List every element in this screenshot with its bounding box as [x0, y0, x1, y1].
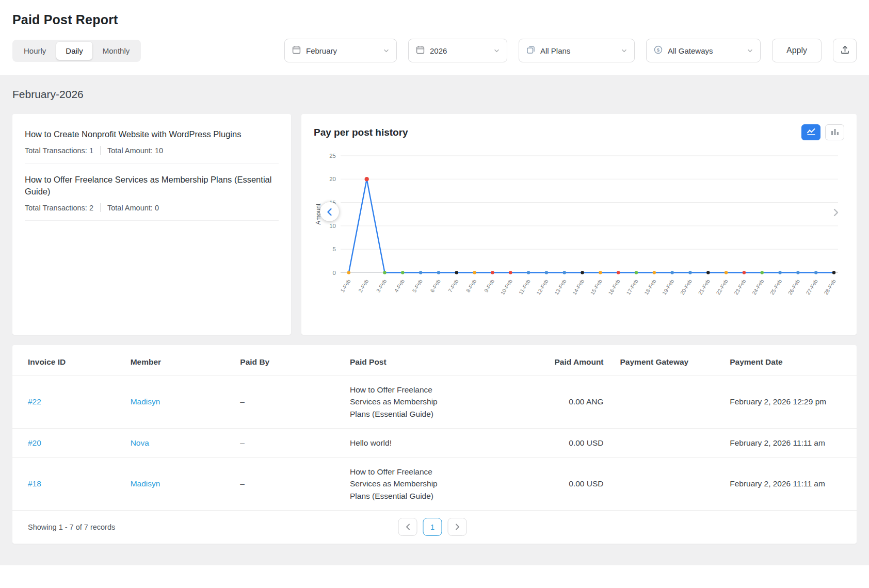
transactions-table: Invoice ID Member Paid By Paid Post Paid… — [12, 348, 857, 511]
col-invoice-id: Invoice ID — [12, 348, 122, 375]
payment-gateway-cell — [612, 458, 722, 511]
svg-text:16-Feb: 16-Feb — [607, 279, 621, 296]
post-summary-item: How to Offer Freelance Services as Membe… — [25, 164, 279, 221]
paid-post-cell: How to Offer Freelance Services as Membe… — [350, 466, 451, 502]
col-member: Member — [122, 348, 232, 375]
svg-text:17-Feb: 17-Feb — [625, 279, 639, 296]
paid-by-cell: – — [232, 428, 342, 457]
calendar-icon — [292, 45, 301, 56]
tab-hourly[interactable]: Hourly — [14, 42, 55, 60]
apply-button[interactable]: Apply — [772, 39, 822, 62]
svg-text:25: 25 — [329, 153, 336, 159]
pay-per-post-line-chart: 0510152025Amount1-Feb2-Feb3-Feb4-Feb5-Fe… — [314, 146, 844, 321]
member-link[interactable]: Madisyn — [131, 397, 160, 406]
year-select-value: 2026 — [430, 46, 447, 55]
pagination-next-button[interactable] — [448, 518, 467, 536]
payment-date-cell: February 2, 2026 11:11 am — [721, 428, 857, 457]
transactions-table-card: Invoice ID Member Paid By Paid Post Paid… — [12, 345, 857, 544]
svg-text:20-Feb: 20-Feb — [679, 279, 693, 296]
member-link[interactable]: Nova — [131, 438, 149, 447]
line-chart-toggle-button[interactable] — [801, 124, 820, 140]
invoice-link[interactable]: #22 — [28, 397, 41, 406]
post-amount: Total Amount: 10 — [107, 146, 163, 155]
chevron-down-icon — [621, 49, 627, 53]
calendar-icon — [416, 45, 425, 56]
svg-text:10-Feb: 10-Feb — [500, 279, 513, 296]
plans-select-value: All Plans — [540, 46, 570, 55]
svg-text:0: 0 — [333, 270, 336, 276]
payment-date-cell: February 2, 2026 12:29 pm — [721, 375, 857, 429]
table-row: #20 Nova – Hello world! 0.00 USD Februar… — [12, 428, 857, 457]
bar-chart-toggle-button[interactable] — [825, 124, 844, 140]
chart-next-button[interactable] — [828, 204, 844, 221]
chart-prev-button[interactable] — [320, 202, 339, 221]
svg-text:20: 20 — [329, 176, 336, 182]
gateways-select-value: All Gateways — [668, 46, 713, 55]
col-payment-date: Payment Date — [721, 348, 857, 375]
chevron-down-icon — [494, 49, 500, 53]
svg-text:14-Feb: 14-Feb — [571, 279, 585, 296]
table-row: #22 Madisyn – How to Offer Freelance Ser… — [12, 375, 857, 429]
chart-type-toggles — [801, 124, 844, 140]
svg-text:27-Feb: 27-Feb — [805, 279, 819, 296]
gateways-select[interactable]: $ All Gateways — [646, 39, 761, 62]
filter-controls: February 2026 All Plans $ — [284, 39, 857, 62]
table-footer: Showing 1 - 7 of 7 records 1 — [12, 511, 857, 536]
svg-text:4-Feb: 4-Feb — [393, 279, 406, 293]
paid-post-cell: How to Offer Freelance Services as Membe… — [350, 384, 451, 420]
report-content: February-2026 How to Create Nonprofit We… — [0, 75, 869, 565]
plans-select[interactable]: All Plans — [519, 39, 635, 62]
paid-amount-cell: 0.00 ANG — [510, 375, 611, 429]
filter-bar: Hourly Daily Monthly February 2026 — [0, 30, 869, 75]
post-stats: Total Transactions: 2 Total Amount: 0 — [25, 203, 279, 212]
summary-row: How to Create Nonprofit Website with Wor… — [12, 114, 857, 335]
export-button[interactable] — [833, 39, 857, 62]
svg-text:1-Feb: 1-Feb — [340, 279, 352, 293]
svg-text:$: $ — [657, 47, 660, 53]
page-header: Paid Post Report — [0, 0, 869, 30]
year-select[interactable]: 2026 — [408, 39, 507, 62]
chevron-down-icon — [383, 49, 389, 53]
pagination-prev-button[interactable] — [398, 518, 417, 536]
pagination: 1 — [398, 518, 467, 536]
line-chart-icon — [807, 128, 816, 137]
post-transactions: Total Transactions: 1 — [25, 146, 93, 155]
svg-text:21-Feb: 21-Feb — [697, 279, 711, 296]
svg-text:6-Feb: 6-Feb — [429, 279, 442, 293]
svg-text:19-Feb: 19-Feb — [661, 279, 675, 296]
table-header-row: Invoice ID Member Paid By Paid Post Paid… — [12, 348, 857, 375]
svg-text:3-Feb: 3-Feb — [375, 279, 388, 293]
paid-post-cell: Hello world! — [350, 437, 451, 449]
payment-date-cell: February 2, 2026 11:11 am — [721, 458, 857, 511]
tab-daily[interactable]: Daily — [56, 42, 92, 60]
pagination-page-1-button[interactable]: 1 — [423, 518, 442, 536]
pay-per-post-history-card: Pay per post history 0510152025Am — [301, 114, 857, 335]
col-paid-post: Paid Post — [342, 348, 510, 375]
month-select-value: February — [306, 46, 337, 55]
chart-header: Pay per post history — [314, 124, 844, 140]
post-title: How to Create Nonprofit Website with Wor… — [25, 128, 279, 140]
svg-text:23-Feb: 23-Feb — [733, 279, 747, 296]
period-title: February-2026 — [12, 88, 857, 101]
svg-text:2-Feb: 2-Feb — [358, 279, 370, 293]
member-link[interactable]: Madisyn — [131, 479, 160, 488]
page-title: Paid Post Report — [12, 12, 857, 27]
col-payment-gateway: Payment Gateway — [612, 348, 722, 375]
tab-monthly[interactable]: Monthly — [93, 42, 139, 60]
svg-text:22-Feb: 22-Feb — [715, 279, 729, 296]
bar-chart-icon — [831, 128, 839, 137]
export-icon — [840, 45, 850, 56]
paid-by-cell: – — [232, 458, 342, 511]
month-select[interactable]: February — [284, 39, 397, 62]
interval-tab-group: Hourly Daily Monthly — [12, 40, 141, 62]
invoice-link[interactable]: #18 — [28, 479, 41, 488]
stat-divider — [100, 203, 101, 212]
svg-text:18-Feb: 18-Feb — [643, 279, 657, 296]
invoice-link[interactable]: #20 — [28, 438, 41, 447]
chart-title: Pay per post history — [314, 127, 408, 138]
col-paid-by: Paid By — [232, 348, 342, 375]
paid-amount-cell: 0.00 USD — [510, 428, 611, 457]
svg-text:8-Feb: 8-Feb — [465, 279, 477, 293]
gateway-dollar-icon: $ — [654, 45, 663, 56]
col-paid-amount: Paid Amount — [510, 348, 611, 375]
